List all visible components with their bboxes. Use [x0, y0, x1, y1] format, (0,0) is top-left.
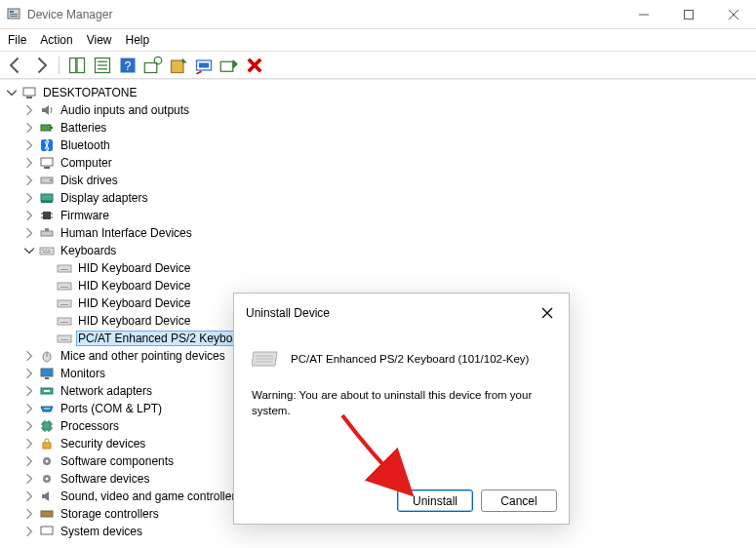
svg-rect-80 — [41, 511, 53, 517]
app-icon — [6, 7, 21, 22]
tree-item-keyboards[interactable]: Keyboards — [23, 242, 750, 259]
tree-item-bluetooth[interactable]: Bluetooth — [23, 137, 750, 154]
disk-icon — [39, 173, 55, 188]
svg-rect-30 — [44, 167, 50, 169]
tree-label: Monitors — [59, 367, 107, 380]
tree-label: Network adapters — [59, 384, 154, 398]
svg-rect-75 — [43, 443, 51, 449]
menu-view[interactable]: View — [87, 33, 112, 47]
chevron-down-icon[interactable] — [6, 87, 18, 98]
tree-label: HID Keyboard Device — [76, 296, 192, 310]
uninstall-button[interactable]: Uninstall — [397, 489, 473, 512]
chevron-right-icon[interactable] — [23, 385, 35, 397]
svg-rect-34 — [41, 201, 53, 203]
window-maximize-button[interactable] — [666, 0, 711, 28]
chevron-right-icon[interactable] — [23, 420, 35, 432]
disable-device-button[interactable] — [194, 56, 214, 75]
chip-icon — [39, 208, 55, 223]
scan-hardware-button[interactable] — [143, 56, 163, 75]
tree-item-firmware[interactable]: Firmware — [23, 207, 750, 224]
chevron-right-icon[interactable] — [23, 175, 35, 186]
update-driver-button[interactable] — [169, 56, 188, 75]
tree-label: HID Keyboard Device — [76, 314, 192, 328]
chevron-right-icon[interactable] — [23, 192, 35, 204]
tree-item-batteries[interactable]: Batteries — [23, 119, 750, 137]
tree-label: Mice and other pointing devices — [59, 349, 227, 363]
tree-item-hid-keyboard[interactable]: HID Keyboard Device — [41, 259, 750, 277]
svg-point-64 — [46, 408, 48, 410]
tree-item-hid[interactable]: Human Interface Devices — [23, 224, 750, 242]
svg-rect-43 — [42, 250, 44, 251]
back-button[interactable] — [6, 56, 25, 75]
svg-rect-60 — [45, 377, 49, 379]
chevron-right-icon[interactable] — [23, 368, 35, 379]
enable-device-button[interactable] — [219, 56, 239, 75]
computer-icon — [39, 524, 55, 539]
cancel-button[interactable]: Cancel — [481, 489, 557, 512]
mouse-icon — [39, 348, 55, 364]
chevron-right-icon[interactable] — [23, 473, 35, 485]
tree-item-audio[interactable]: Audio inputs and outputs — [23, 101, 750, 119]
menu-file[interactable]: File — [8, 33, 26, 47]
svg-rect-51 — [58, 300, 71, 307]
tree-label: Display adapters — [59, 191, 149, 205]
svg-rect-59 — [41, 369, 53, 376]
uninstall-toolbar-button[interactable] — [245, 56, 264, 75]
svg-rect-44 — [45, 250, 47, 251]
keyboard-icon — [57, 295, 72, 311]
chevron-right-icon[interactable] — [23, 139, 35, 151]
svg-point-65 — [48, 408, 50, 410]
forward-button[interactable] — [31, 56, 51, 75]
chevron-down-icon[interactable] — [23, 245, 35, 256]
speaker-icon — [39, 489, 55, 504]
chevron-right-icon[interactable] — [23, 490, 35, 502]
svg-rect-47 — [58, 265, 71, 272]
svg-rect-66 — [43, 422, 51, 430]
svg-rect-81 — [41, 527, 53, 534]
menu-action[interactable]: Action — [40, 33, 72, 47]
show-hide-console-button[interactable] — [67, 56, 87, 75]
chevron-right-icon[interactable] — [23, 526, 35, 537]
svg-point-32 — [50, 179, 52, 181]
tree-item-computer[interactable]: Computer — [23, 154, 750, 172]
menubar: File Action View Help — [0, 29, 756, 52]
chevron-right-icon[interactable] — [23, 122, 35, 134]
svg-text:?: ? — [125, 59, 132, 73]
chevron-right-icon[interactable] — [23, 227, 35, 239]
chevron-right-icon[interactable] — [23, 403, 35, 414]
chevron-right-icon[interactable] — [23, 157, 35, 169]
chevron-right-icon[interactable] — [23, 104, 35, 116]
svg-rect-42 — [40, 248, 54, 254]
window-minimize-button[interactable] — [621, 0, 666, 28]
tree-label: Computer — [59, 156, 114, 170]
svg-rect-55 — [58, 335, 71, 342]
svg-rect-21 — [220, 61, 233, 71]
tree-item-system[interactable]: System devices — [23, 523, 750, 540]
chevron-right-icon[interactable] — [23, 210, 35, 221]
keyboard-icon — [39, 243, 55, 258]
svg-point-17 — [154, 57, 162, 64]
svg-rect-45 — [48, 250, 50, 251]
computer-icon — [21, 85, 37, 100]
tree-label: Storage controllers — [59, 507, 161, 521]
menu-help[interactable]: Help — [126, 33, 150, 47]
svg-rect-40 — [41, 231, 53, 236]
battery-icon — [39, 120, 55, 136]
keyboard-icon — [57, 278, 72, 294]
toolbar-separator — [59, 57, 60, 74]
properties-button[interactable] — [93, 56, 112, 75]
window-close-button[interactable] — [711, 0, 756, 28]
svg-rect-53 — [58, 318, 71, 325]
tree-root-label: DESKTOPATONE — [41, 86, 139, 99]
help-button[interactable]: ? — [118, 56, 138, 75]
chevron-right-icon[interactable] — [23, 508, 35, 520]
tree-item-disk[interactable]: Disk drives — [23, 172, 750, 189]
computer-icon — [39, 155, 55, 171]
dialog-close-button[interactable] — [536, 301, 559, 325]
chevron-right-icon[interactable] — [23, 455, 35, 467]
tree-root-node[interactable]: DESKTOPATONE — [6, 84, 750, 101]
tree-item-display[interactable]: Display adapters — [23, 189, 750, 207]
chevron-right-icon[interactable] — [23, 350, 35, 362]
chevron-right-icon[interactable] — [23, 438, 35, 450]
gear-icon — [39, 471, 55, 487]
